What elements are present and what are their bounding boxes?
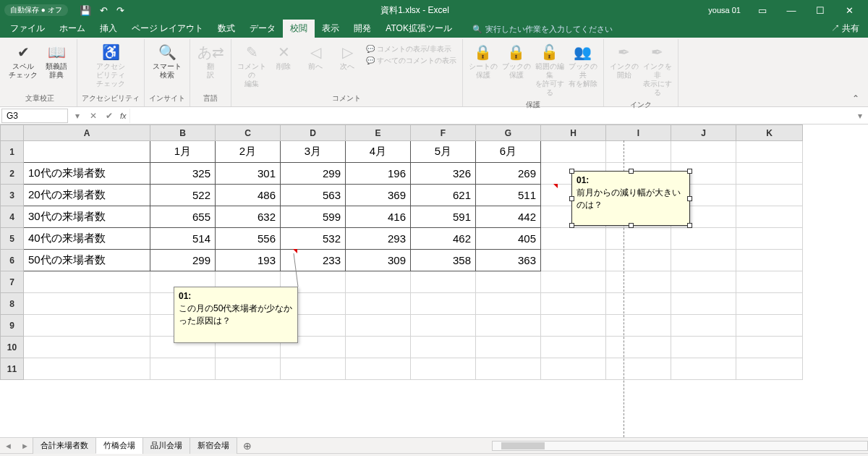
hide-ink[interactable]: ✒インクを非表示にする xyxy=(642,41,673,98)
cell[interactable] xyxy=(606,293,671,315)
cell[interactable]: 599 xyxy=(281,206,346,228)
cell[interactable]: 6月 xyxy=(476,141,541,163)
sheet-tab[interactable]: 竹橋会場 xyxy=(95,437,143,454)
user-name[interactable]: yousa 01 xyxy=(708,6,741,14)
cell[interactable] xyxy=(411,358,476,380)
column-header[interactable]: J xyxy=(671,125,736,141)
resize-handle[interactable] xyxy=(569,169,574,174)
cell[interactable]: 299 xyxy=(150,250,216,271)
cell[interactable] xyxy=(736,315,803,337)
cell[interactable]: 442 xyxy=(476,206,541,228)
column-header[interactable]: B xyxy=(150,125,216,141)
cell[interactable] xyxy=(541,315,606,337)
new-sheet-button[interactable]: ⊕ xyxy=(237,440,258,452)
cell[interactable] xyxy=(541,250,606,271)
row-header[interactable]: 11 xyxy=(1,358,24,380)
column-header[interactable]: C xyxy=(216,125,281,141)
undo-icon[interactable]: ↶ xyxy=(100,5,108,16)
thesaurus[interactable]: 📖類義語辞典 xyxy=(41,41,72,81)
cell[interactable] xyxy=(24,141,150,163)
cell[interactable] xyxy=(24,358,150,380)
column-header[interactable]: E xyxy=(346,125,411,141)
cell[interactable] xyxy=(606,271,671,293)
cell[interactable] xyxy=(671,141,736,163)
protect-workbook[interactable]: 🔒ブックの保護 xyxy=(501,41,532,81)
cell[interactable] xyxy=(24,315,150,337)
enter-icon[interactable]: ✔ xyxy=(101,111,117,121)
cell[interactable] xyxy=(541,141,606,163)
name-box-dropdown-icon[interactable]: ▾ xyxy=(69,111,85,121)
cell[interactable]: 4月 xyxy=(346,141,411,163)
cell[interactable] xyxy=(671,293,736,315)
show-all-comments[interactable]: 💬 すべてのコメントの表示 xyxy=(366,55,456,67)
resize-handle[interactable] xyxy=(687,196,692,201)
cell[interactable] xyxy=(671,315,736,337)
delete-comment[interactable]: ✕削除 xyxy=(268,41,299,90)
cell[interactable] xyxy=(736,228,803,250)
cell[interactable]: 299 xyxy=(281,163,346,185)
comment-indicator-icon[interactable] xyxy=(553,184,558,188)
cell[interactable] xyxy=(150,358,216,380)
ribbon-tab[interactable]: 挿入 xyxy=(93,20,124,38)
cell[interactable]: 30代の来場者数 xyxy=(24,206,150,228)
ribbon-tab[interactable]: データ xyxy=(242,20,283,38)
prev-comment[interactable]: ◁前へ xyxy=(299,41,331,90)
cell[interactable]: 326 xyxy=(411,163,476,185)
cell[interactable] xyxy=(541,271,606,293)
row-header[interactable]: 3 xyxy=(1,185,24,206)
cell[interactable] xyxy=(736,293,803,315)
cell[interactable] xyxy=(411,293,476,315)
cell[interactable]: 293 xyxy=(346,228,411,250)
row-header[interactable]: 10 xyxy=(1,337,24,358)
row-header[interactable]: 9 xyxy=(1,315,24,337)
column-header[interactable]: I xyxy=(606,125,671,141)
cell[interactable]: 193 xyxy=(216,250,281,271)
cell[interactable] xyxy=(411,271,476,293)
column-header[interactable]: F xyxy=(411,125,476,141)
cell[interactable]: 522 xyxy=(150,185,216,206)
cell[interactable] xyxy=(736,337,803,358)
column-header[interactable]: K xyxy=(736,125,803,141)
row-header[interactable]: 2 xyxy=(1,163,24,185)
cell[interactable]: 20代の来場者数 xyxy=(24,185,150,206)
allow-edit-ranges[interactable]: 🔓範囲の編集を許可する xyxy=(534,41,566,98)
column-header[interactable]: H xyxy=(541,125,606,141)
maximize-button[interactable]: ☐ xyxy=(806,5,835,16)
cell[interactable]: 2月 xyxy=(216,141,281,163)
protect-sheet[interactable]: 🔒シートの保護 xyxy=(467,41,499,81)
autosave-toggle[interactable]: 自動保存 ● オフ xyxy=(4,4,68,16)
cell[interactable] xyxy=(736,185,803,206)
cell[interactable]: 363 xyxy=(476,250,541,271)
cell[interactable]: 10代の来場者数 xyxy=(24,163,150,185)
resize-handle[interactable] xyxy=(569,196,574,201)
cell[interactable]: 309 xyxy=(346,250,411,271)
cell[interactable] xyxy=(606,228,671,250)
cell[interactable] xyxy=(606,315,671,337)
comment-indicator-icon[interactable] xyxy=(293,249,297,253)
cell[interactable] xyxy=(541,228,606,250)
cell[interactable]: 40代の来場者数 xyxy=(24,228,150,250)
cell[interactable] xyxy=(216,358,281,380)
resize-handle[interactable] xyxy=(629,223,634,228)
formula-input[interactable] xyxy=(129,109,852,123)
cell[interactable]: 405 xyxy=(476,228,541,250)
ribbon-tab[interactable]: 開発 xyxy=(346,20,378,38)
translate[interactable]: あ⇄翻訳 xyxy=(195,41,226,81)
cell[interactable]: 632 xyxy=(216,206,281,228)
cell[interactable]: 591 xyxy=(411,206,476,228)
cell[interactable] xyxy=(541,358,606,380)
minimize-button[interactable]: — xyxy=(777,5,806,16)
cell[interactable] xyxy=(671,250,736,271)
cancel-icon[interactable]: ✕ xyxy=(85,111,101,121)
cell[interactable]: 462 xyxy=(411,228,476,250)
cell[interactable] xyxy=(736,250,803,271)
sheet-tab[interactable]: 品川会場 xyxy=(142,437,190,454)
cell[interactable]: 563 xyxy=(281,185,346,206)
cell[interactable] xyxy=(736,206,803,228)
edit-comment[interactable]: ✎コメントの編集 xyxy=(236,41,268,90)
fx-icon[interactable]: fx xyxy=(120,111,127,120)
save-icon[interactable]: 💾 xyxy=(80,5,91,16)
row-header[interactable]: 5 xyxy=(1,228,24,250)
cell[interactable] xyxy=(346,271,411,293)
row-header[interactable]: 1 xyxy=(1,141,24,163)
